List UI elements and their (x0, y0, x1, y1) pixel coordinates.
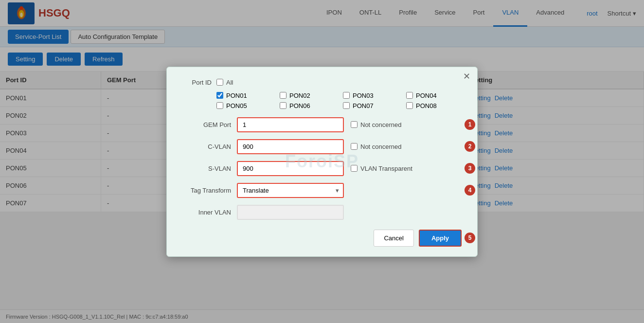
port-id-label: Port ID (182, 79, 212, 86)
apply-button[interactable]: Apply (419, 230, 462, 247)
cvlan-input[interactable] (237, 139, 344, 154)
svlan-input[interactable] (237, 161, 344, 176)
modal-footer: Cancel Apply 5 (182, 230, 462, 247)
inner-vlan-row: Inner VLAN (182, 205, 462, 220)
pon07-item: PON07 (343, 102, 398, 109)
all-checkbox[interactable] (216, 79, 223, 86)
modal-close-button[interactable]: ✕ (463, 72, 470, 81)
pon08-item: PON08 (406, 102, 462, 109)
cvlan-label: C-VLAN (182, 143, 231, 150)
inner-vlan-input[interactable] (237, 205, 344, 220)
svlan-label: S-VLAN (182, 165, 231, 172)
gem-port-input[interactable] (237, 117, 344, 132)
cvlan-not-concerned-checkbox[interactable] (351, 143, 358, 150)
tag-transform-select[interactable]: Translate Add Remove Transparent (237, 183, 344, 198)
cancel-button[interactable]: Cancel (374, 230, 413, 247)
pon01-checkbox[interactable] (216, 92, 223, 99)
gem-port-label: GEM Port (182, 121, 231, 128)
all-text: All (226, 79, 233, 86)
inner-vlan-label: Inner VLAN (182, 209, 231, 216)
gem-not-concerned-text: Not concerned (360, 121, 402, 128)
pon06-label: PON06 (289, 102, 310, 109)
port-id-row: Port ID All (182, 79, 462, 86)
pon06-item: PON06 (280, 102, 335, 109)
step4-badge: 4 (465, 185, 475, 196)
pon05-label: PON05 (226, 102, 247, 109)
pon04-label: PON04 (416, 92, 437, 99)
step3-badge: 3 (465, 163, 475, 174)
pon03-label: PON03 (353, 92, 374, 99)
gem-not-concerned-checkbox[interactable] (351, 121, 358, 128)
svlan-transparent-text: VLAN Transparent (360, 165, 412, 172)
tag-transform-wrapper: Translate Add Remove Transparent (237, 183, 344, 198)
pon04-item: PON04 (406, 92, 462, 99)
svlan-row: S-VLAN VLAN Transparent 3 (182, 161, 462, 176)
cvlan-row: C-VLAN Not concerned 2 (182, 139, 462, 154)
svlan-transparent-label: VLAN Transparent (351, 165, 412, 172)
pon01-label: PON01 (226, 92, 247, 99)
all-checkbox-label: All (216, 79, 233, 86)
pon08-label: PON08 (416, 102, 437, 109)
gem-not-concerned-label: Not concerned (351, 121, 402, 128)
pon01-item: PON01 (216, 92, 272, 99)
cvlan-not-concerned-text: Not concerned (360, 143, 402, 150)
gem-port-row: GEM Port Not concerned 1 (182, 117, 462, 132)
modal-dialog: ✕ Port ID All PON01 PON02 PON03 (166, 67, 478, 257)
pon02-label: PON02 (289, 92, 310, 99)
pon04-checkbox[interactable] (406, 92, 413, 99)
pon08-checkbox[interactable] (406, 102, 413, 109)
pon02-item: PON02 (280, 92, 335, 99)
pon03-item: PON03 (343, 92, 398, 99)
pon03-checkbox[interactable] (343, 92, 350, 99)
cvlan-not-concerned-label: Not concerned (351, 143, 402, 150)
pon05-item: PON05 (216, 102, 272, 109)
pon-grid: PON01 PON02 PON03 PON04 PON05 PON06 (216, 92, 462, 109)
pon06-checkbox[interactable] (280, 102, 286, 109)
modal-overlay: ForoiSP ✕ Port ID All PON01 PON02 PON03 (0, 0, 644, 323)
pon02-checkbox[interactable] (280, 92, 286, 99)
pon07-checkbox[interactable] (343, 102, 350, 109)
pon05-checkbox[interactable] (216, 102, 223, 109)
step1-badge: 1 (465, 119, 475, 130)
step2-badge: 2 (465, 141, 475, 152)
pon07-label: PON07 (353, 102, 374, 109)
tag-transform-label: Tag Transform (182, 187, 231, 194)
apply-container: Apply 5 (419, 230, 462, 247)
step5-badge: 5 (465, 233, 475, 243)
tag-transform-row: Tag Transform Translate Add Remove Trans… (182, 183, 462, 198)
svlan-transparent-checkbox[interactable] (351, 165, 358, 172)
